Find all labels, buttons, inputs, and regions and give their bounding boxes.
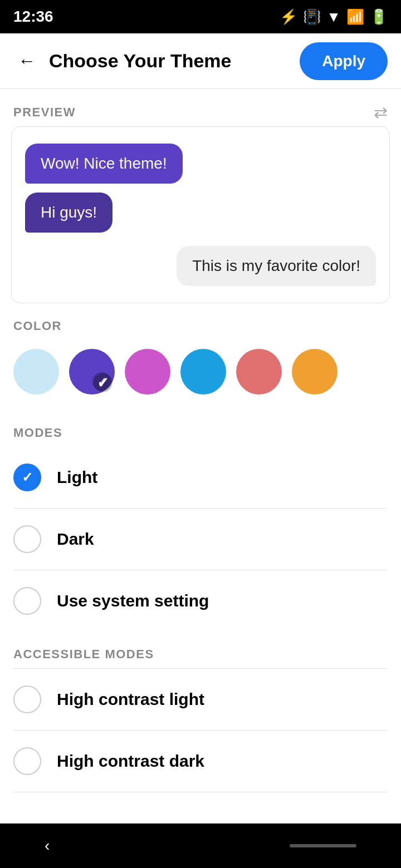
bluetooth-icon: ⚡ <box>280 8 297 26</box>
wifi-icon: ▼ <box>326 8 341 26</box>
preview-box: Wow! Nice theme! Hi guys! This is my fav… <box>11 126 390 303</box>
mode-light[interactable]: Light <box>0 447 401 508</box>
status-bar-right: ⚡ 📳 ▼ 📶 🔋 <box>280 8 388 26</box>
chat-bubble-received: This is my favorite color! <box>177 246 376 286</box>
signal-icon: 📶 <box>346 8 364 26</box>
swap-icon[interactable]: ⇄ <box>374 102 388 122</box>
radio-system[interactable] <box>13 587 41 615</box>
battery-icon: 🔋 <box>370 8 388 26</box>
modes-section-label: MODES <box>0 410 401 447</box>
mode-system-label: Use system setting <box>57 591 209 610</box>
header-left: ← Choose Your Theme <box>13 46 231 76</box>
accessible-modes-label: ACCESSIBLE MODES <box>0 632 401 668</box>
nav-home-bar[interactable] <box>290 844 356 847</box>
status-bar-left: 12:36 <box>13 8 53 26</box>
accessible-modes-section: ACCESSIBLE MODES High contrast light Hig… <box>0 632 401 792</box>
mode-system[interactable]: Use system setting <box>0 570 401 632</box>
header: ← Choose Your Theme Apply <box>0 33 401 89</box>
radio-high-contrast-light[interactable] <box>13 685 41 713</box>
mode-high-contrast-dark-label: High contrast dark <box>57 752 204 771</box>
radio-high-contrast-dark[interactable] <box>13 747 41 775</box>
status-bar: 12:36 ⚡ 📳 ▼ 📶 🔋 <box>0 0 401 33</box>
color-circles: ✓ <box>0 340 401 410</box>
mode-high-contrast-light[interactable]: High contrast light <box>0 669 401 730</box>
color-light-blue[interactable] <box>13 349 59 394</box>
color-salmon[interactable] <box>236 349 282 394</box>
modes-section: MODES Light Dark Use system setting <box>0 410 401 632</box>
color-section-label: COLOR <box>0 303 401 340</box>
radio-light[interactable] <box>13 463 41 491</box>
page-title: Choose Your Theme <box>49 50 231 72</box>
chat-bubble-sent-2: Hi guys! <box>25 193 113 233</box>
color-blue[interactable] <box>180 349 226 394</box>
apply-button[interactable]: Apply <box>300 42 388 80</box>
divider-4 <box>13 792 388 792</box>
vibrate-icon: 📳 <box>303 8 321 26</box>
mode-high-contrast-light-label: High contrast light <box>57 690 204 709</box>
chat-bubble-received-wrap: This is my favorite color! <box>25 246 376 286</box>
color-orange[interactable] <box>292 349 338 394</box>
nav-back-button[interactable]: ‹ <box>45 837 50 855</box>
preview-label: PREVIEW <box>13 105 76 120</box>
chat-bubble-sent-1: Wow! Nice theme! <box>25 144 183 184</box>
radio-dark[interactable] <box>13 525 41 553</box>
mode-dark[interactable]: Dark <box>0 509 401 570</box>
preview-section: PREVIEW ⇄ Wow! Nice theme! Hi guys! This… <box>0 89 401 303</box>
color-section: COLOR ✓ <box>0 303 401 410</box>
mode-dark-label: Dark <box>57 530 94 549</box>
back-button[interactable]: ← <box>13 46 40 76</box>
color-purple[interactable]: ✓ <box>69 349 115 394</box>
preview-header: PREVIEW ⇄ <box>0 89 401 126</box>
bottom-nav: ‹ <box>0 823 401 868</box>
mode-high-contrast-dark[interactable]: High contrast dark <box>0 731 401 792</box>
mode-light-label: Light <box>57 468 97 487</box>
selected-checkmark: ✓ <box>92 372 111 391</box>
status-time: 12:36 <box>13 8 53 26</box>
color-pink[interactable] <box>125 349 170 394</box>
